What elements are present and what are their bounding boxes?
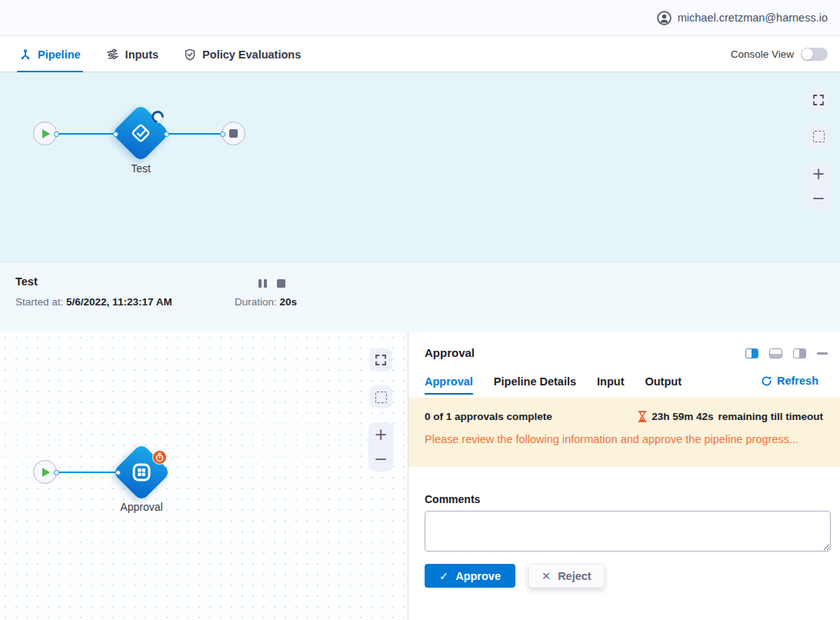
zoom-in-button[interactable]: + bbox=[806, 162, 831, 186]
zoom-controls: + − bbox=[806, 162, 831, 211]
stop-square-icon bbox=[229, 129, 238, 138]
fullscreen-icon bbox=[812, 94, 825, 106]
duration-label: Duration: bbox=[235, 296, 277, 308]
tab-inputs[interactable]: Inputs bbox=[106, 37, 159, 72]
started-at-label: Started at: bbox=[15, 296, 63, 308]
edge-test-to-end bbox=[166, 133, 223, 135]
play-icon bbox=[42, 129, 50, 138]
waiting-timer-badge bbox=[152, 450, 167, 465]
tab-policy-evaluations[interactable]: Policy Evaluations bbox=[184, 37, 301, 72]
edge-dot bbox=[164, 132, 169, 137]
pipeline-execution-page: michael.cretzman@harness.io Pipeline Inp… bbox=[0, 0, 840, 620]
zoom-out-button[interactable]: − bbox=[368, 447, 393, 472]
step-details-panel: Approval Approval Pipeline Details Input… bbox=[408, 332, 840, 620]
edge-dot bbox=[115, 470, 121, 475]
panel-tab-approval[interactable]: Approval bbox=[425, 375, 473, 395]
timer-icon bbox=[155, 452, 165, 462]
edge-start-to-approval bbox=[56, 472, 118, 473]
timeout-remaining: 23h 59m 42s remaining till timeout bbox=[638, 411, 823, 422]
pause-icon[interactable] bbox=[258, 279, 267, 288]
edge-dot bbox=[220, 132, 225, 137]
panel-tab-output[interactable]: Output bbox=[645, 375, 682, 395]
hourglass-icon bbox=[638, 411, 647, 422]
panel-tab-pipeline-details[interactable]: Pipeline Details bbox=[494, 375, 576, 395]
tab-pipeline[interactable]: Pipeline bbox=[19, 37, 81, 72]
edge-start-to-test bbox=[56, 133, 116, 135]
toggle-knob bbox=[802, 48, 813, 60]
banner-row: 0 of 1 approvals complete 23h 59m 42s re… bbox=[425, 411, 823, 422]
marquee-select-button[interactable] bbox=[807, 125, 830, 148]
user-email[interactable]: michael.cretzman@harness.io bbox=[678, 12, 828, 24]
reject-button[interactable]: ✕ Reject bbox=[528, 564, 605, 588]
started-at: Started at: 5/6/2022, 11:23:17 AM bbox=[15, 296, 172, 308]
collapse-icon[interactable] bbox=[817, 352, 828, 355]
marquee-select-icon bbox=[813, 131, 825, 142]
comments-textarea[interactable] bbox=[425, 511, 831, 552]
pipeline-icon bbox=[19, 48, 32, 61]
console-view-label: Console View bbox=[731, 48, 794, 60]
timeout-suffix: remaining till timeout bbox=[718, 411, 823, 422]
tab-pipeline-label: Pipeline bbox=[38, 48, 81, 61]
marquee-select-icon bbox=[375, 392, 387, 403]
end-node[interactable] bbox=[222, 122, 245, 145]
zoom-in-button[interactable]: + bbox=[368, 422, 393, 447]
panel-tab-input[interactable]: Input bbox=[597, 375, 624, 395]
tab-policy-evaluations-label: Policy Evaluations bbox=[202, 48, 301, 61]
comments-label: Comments bbox=[425, 493, 831, 505]
pipeline-graph-canvas[interactable]: Test + − bbox=[0, 72, 840, 262]
dock-right-icon[interactable] bbox=[793, 348, 806, 358]
approve-label: Approve bbox=[455, 570, 501, 582]
console-view-toggle[interactable] bbox=[801, 48, 828, 61]
edge-dot bbox=[54, 470, 59, 475]
duration: Duration: 20s bbox=[235, 296, 297, 308]
refresh-button[interactable]: Refresh bbox=[761, 375, 818, 387]
duration-value: 20s bbox=[280, 296, 298, 308]
fullscreen-icon bbox=[375, 354, 387, 366]
stage-graph-canvas[interactable]: Approval + − bbox=[0, 332, 408, 620]
console-view-group: Console View bbox=[731, 48, 840, 61]
play-icon bbox=[42, 468, 50, 477]
reject-label: Reject bbox=[558, 570, 592, 582]
step-label-approval: Approval bbox=[95, 501, 188, 513]
approval-banner: 0 of 1 approvals complete 23h 59m 42s re… bbox=[408, 398, 840, 467]
panel-title: Approval bbox=[425, 346, 475, 359]
refresh-icon bbox=[761, 375, 772, 387]
split-right-icon[interactable] bbox=[745, 348, 758, 358]
zoom-out-button[interactable]: − bbox=[806, 186, 831, 211]
split-bottom-icon[interactable] bbox=[769, 348, 782, 358]
approval-actions: ✓ Approve ✕ Reject bbox=[425, 564, 831, 588]
stage-check-icon bbox=[129, 122, 152, 145]
refresh-label: Refresh bbox=[777, 375, 818, 387]
comments-section: Comments ✓ Approve ✕ Reject bbox=[425, 493, 831, 588]
timeout-value: 23h 59m 42s bbox=[652, 411, 713, 422]
execution-tabbar: Pipeline Inputs Policy Evaluations Conso… bbox=[0, 37, 840, 72]
edge-dot bbox=[113, 132, 118, 137]
approval-message: Please review the following information … bbox=[425, 433, 823, 445]
marquee-select-button[interactable] bbox=[369, 385, 392, 408]
zoom-controls: + − bbox=[368, 422, 393, 472]
approvals-progress: 0 of 1 approvals complete bbox=[425, 411, 552, 422]
user-avatar-icon bbox=[657, 11, 672, 25]
shield-check-icon bbox=[184, 48, 196, 61]
started-at-value: 5/6/2022, 11:23:17 AM bbox=[66, 296, 172, 308]
check-icon: ✓ bbox=[439, 570, 448, 582]
close-icon: ✕ bbox=[542, 570, 551, 582]
bottom-split: Approval + − Approval bbox=[0, 332, 840, 620]
fullscreen-button[interactable] bbox=[807, 88, 830, 112]
execution-controls bbox=[258, 279, 285, 288]
fullscreen-button[interactable] bbox=[369, 348, 392, 372]
stop-icon[interactable] bbox=[277, 279, 285, 288]
approve-button[interactable]: ✓ Approve bbox=[425, 564, 515, 588]
status-stage-title: Test bbox=[15, 275, 38, 288]
panel-tabs: Approval Pipeline Details Input Output bbox=[425, 375, 682, 395]
topbar: michael.cretzman@harness.io bbox=[0, 0, 840, 36]
panel-window-controls bbox=[745, 348, 828, 358]
approval-step-icon bbox=[130, 461, 153, 484]
stage-label-test: Test bbox=[110, 162, 172, 175]
inputs-icon bbox=[106, 48, 119, 61]
tab-inputs-label: Inputs bbox=[125, 48, 159, 61]
execution-statusbar: Test Started at: 5/6/2022, 11:23:17 AM D… bbox=[0, 262, 840, 332]
edge-dot bbox=[54, 132, 59, 137]
